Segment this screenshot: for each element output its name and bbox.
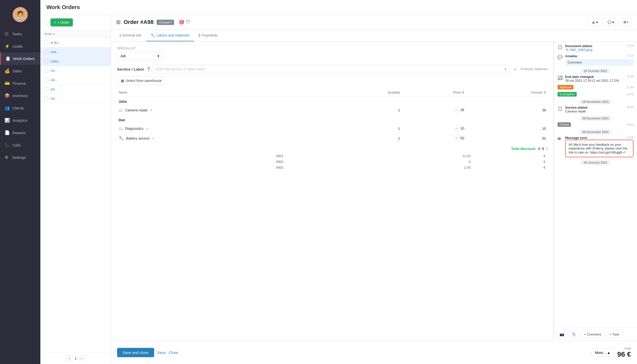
status-label: Closed — [159, 20, 169, 24]
dropdown-arrow-icon: ▾ — [157, 54, 159, 58]
row-checkbox[interactable] — [44, 41, 48, 45]
attach-button[interactable]: 📎 — [569, 330, 579, 338]
activity-item: In progress 11:49 — [558, 92, 633, 97]
activity-item: Approval 11:49 — [558, 85, 633, 89]
service-input-box[interactable]: Enter the service or labor name ▾ — [153, 65, 510, 73]
order-body: Specialist Juli ▾ Service / Labor ❓ — [111, 42, 637, 341]
total-info-icon[interactable]: ℹ — [546, 147, 547, 151]
tab-payments[interactable]: $ Payments — [194, 30, 222, 41]
row-checkbox[interactable] — [44, 69, 48, 73]
act-message-body: Hi! We'd love your feedback on your expe… — [565, 140, 633, 157]
prev-page-button[interactable]: ‹ — [66, 355, 72, 361]
col-amount: Amount, € — [466, 88, 547, 97]
item-quantity: 1 — [332, 105, 401, 115]
tab-labors[interactable]: 🔧 Labors and materials — [146, 30, 194, 41]
change-icon: 📋 — [558, 106, 563, 111]
add-task-button[interactable]: + Task — [606, 331, 623, 338]
row-checkbox[interactable] — [44, 50, 48, 54]
camera-button[interactable]: 📷 — [557, 330, 567, 338]
close-button[interactable]: Close — [169, 350, 178, 355]
print-button[interactable]: 🖨 ▾ — [588, 18, 602, 26]
products-materials-label: Products / Materials — [521, 67, 547, 71]
sidebar-item-inventory[interactable]: 📦Inventory — [0, 89, 40, 102]
sidebar-item-leads[interactable]: ⚡Leads — [0, 40, 40, 52]
save-and-close-button[interactable]: Save and close — [117, 348, 154, 357]
currency-symbol: € — [542, 147, 544, 151]
status-badge[interactable]: Closed ▾ — [157, 20, 174, 25]
list-item[interactable]: A9... — [40, 94, 111, 103]
table-group-row: John — [117, 97, 547, 105]
select-from-warehouse-button[interactable]: ▦ Select from warehouse — [117, 76, 165, 85]
scissors-icon[interactable]: ✂ — [454, 136, 459, 141]
act-time: 11:49 — [626, 93, 633, 96]
help-icon[interactable]: ❓ — [146, 67, 151, 71]
activity-item: 📋 Document added: 17:29 📎 IMG_0383.jpeg — [558, 44, 633, 52]
select-all-checkbox[interactable] — [44, 20, 48, 24]
avatar[interactable]: 🧑‍💼 — [13, 7, 28, 22]
shield-header-icon[interactable]: 🛡 — [186, 19, 190, 25]
sidebar-item-finance[interactable]: 💳Finance — [0, 77, 40, 89]
row-checkbox[interactable] — [44, 78, 48, 82]
tax-code: 0001 — [118, 159, 283, 164]
act-author: Amaliia: — [565, 54, 578, 58]
message-icon: ✉ — [558, 136, 563, 141]
order-title: Order #A98 — [124, 19, 154, 25]
more-button[interactable]: More... ▲ — [591, 348, 614, 357]
specialist-dropdown[interactable]: Juli ▾ — [117, 52, 162, 60]
shield-item-icon: ▾ — [146, 127, 148, 131]
tab-payments-label: Payments — [202, 33, 218, 37]
list-item[interactable]: ⊘ B1... — [40, 38, 111, 47]
message-button[interactable]: 💬 ▾ — [604, 18, 618, 26]
add-order-button[interactable]: + + Order — [50, 18, 73, 26]
sidebar-item-clients[interactable]: 👥Clients — [0, 102, 40, 114]
tax-currency: € — [471, 153, 547, 159]
act-time: 14:45 — [626, 136, 633, 139]
next-page-button[interactable]: › — [79, 355, 85, 361]
clients-icon: 👥 — [5, 105, 10, 111]
order-id: A98A... — [50, 59, 107, 63]
sidebar-item-calls[interactable]: 📞Calls — [0, 139, 40, 151]
list-item[interactable]: A9... — [40, 66, 111, 75]
share-button[interactable]: ⧉ ▾ — [620, 18, 632, 26]
add-comment-button[interactable]: + Comment — [581, 331, 604, 338]
sidebar-item-reports[interactable]: 📄Reports — [0, 127, 40, 139]
activity-item: 💬 Amaliia: 17:29 Comment — [558, 54, 633, 66]
wrench-tab-icon: 🔧 — [151, 33, 155, 37]
add-order-label: + Order — [57, 20, 69, 24]
sidebar-item-analytics[interactable]: 📊Analytics — [0, 114, 40, 127]
target-icon[interactable]: 🎯 — [179, 19, 184, 25]
item-name: Battery service — [126, 136, 150, 140]
page-title: Work Orders — [40, 0, 637, 15]
list-item[interactable]: A98A... — [40, 57, 111, 66]
list-item[interactable]: A9... — [40, 75, 111, 85]
activity-day-header: 25 October 2021 — [558, 69, 633, 73]
list-item[interactable]: A98... — [40, 47, 111, 57]
sidebar-item-sales[interactable]: 💰Sales — [0, 65, 40, 77]
list-item[interactable]: A9... — [40, 85, 111, 94]
sidebar-item-label: Clients — [12, 106, 24, 110]
sidebar-item-tasks[interactable]: ☑Tasks — [0, 28, 40, 40]
scissors-icon[interactable]: ✂ — [454, 108, 459, 112]
scissors-icon[interactable]: ✂ — [454, 126, 459, 131]
tab-general-info[interactable]: ℹ General info — [115, 30, 146, 41]
sidebar-item-work-orders[interactable]: 📋Work Orders — [0, 52, 40, 65]
activity-day-header: 09 December 2021 — [558, 130, 633, 134]
analytics-icon: 📊 — [5, 118, 10, 123]
row-checkbox[interactable] — [44, 87, 48, 91]
tax-table: 0001 11.22 € 0001 5 € 0002 1.43 € — [117, 153, 547, 171]
row-checkbox[interactable] — [44, 97, 48, 101]
status-icon: ⊘ — [50, 41, 53, 45]
sidebar-item-settings[interactable]: ⚙Settings — [0, 151, 40, 164]
bottom-bar: Save and close Save Close More... ▲ Paid… — [111, 341, 637, 364]
list-panel: + + Order Order # ⊘ B1... A98... A98A...… — [40, 15, 111, 364]
sidebar-item-label: Settings — [12, 155, 26, 160]
row-checkbox[interactable] — [44, 59, 48, 63]
or-label: or — [514, 67, 517, 71]
order-header: ⊞ Order #A98 Closed ▾ 🎯 🛡 🖨 ▾ 💬 ▾ ⧉ ▾ — [111, 15, 637, 30]
sidebar-item-label: Inventory — [12, 94, 28, 98]
reports-icon: 📄 — [5, 130, 10, 135]
sidebar-item-label: Calls — [12, 143, 21, 147]
save-button[interactable]: Save — [157, 350, 166, 355]
item-icon: 🔧 — [119, 136, 124, 140]
act-doc-link[interactable]: 📎 IMG_0383.jpeg — [565, 48, 593, 52]
